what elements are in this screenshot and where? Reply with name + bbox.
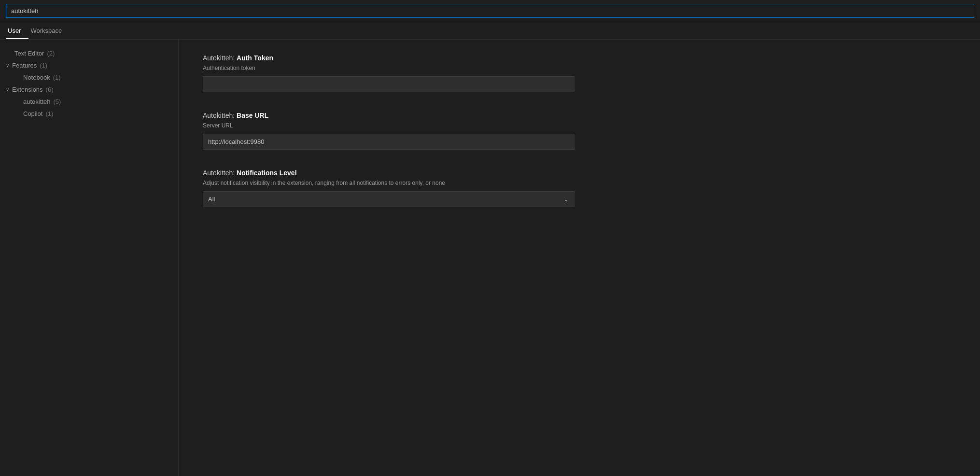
sidebar-item-autokitteh[interactable]: autokitteh (5) bbox=[0, 96, 178, 108]
sidebar-item-copilot[interactable]: Copilot (1) bbox=[0, 108, 178, 120]
chevron-down-icon: ∨ bbox=[6, 63, 9, 68]
settings-window: User Workspace Text Editor (2) ∨ Feature… bbox=[0, 0, 980, 476]
tabs-row: User Workspace bbox=[0, 22, 980, 40]
auth-token-description: Authentication token bbox=[203, 65, 956, 71]
chevron-down-icon: ∨ bbox=[6, 87, 9, 92]
sidebar-item-extensions[interactable]: ∨ Extensions (6) bbox=[0, 84, 178, 96]
settings-panel: Autokitteh: Auth Token Authentication to… bbox=[179, 40, 980, 476]
search-bar-container bbox=[0, 0, 980, 22]
tab-user[interactable]: User bbox=[6, 22, 28, 39]
search-input[interactable] bbox=[6, 4, 974, 18]
base-url-title: Autokitteh: Base URL bbox=[203, 112, 956, 119]
auth-token-title: Autokitteh: Auth Token bbox=[203, 54, 956, 62]
base-url-input[interactable] bbox=[203, 134, 574, 150]
sidebar: Text Editor (2) ∨ Features (1) Notebook … bbox=[0, 40, 179, 476]
sidebar-item-text-editor[interactable]: Text Editor (2) bbox=[0, 47, 178, 59]
notifications-level-select-container: All Errors Only None ⌄ bbox=[203, 191, 574, 207]
base-url-description: Server URL bbox=[203, 122, 956, 129]
sidebar-item-features[interactable]: ∨ Features (1) bbox=[0, 59, 178, 71]
notifications-level-description: Adjust notification visibility in the ex… bbox=[203, 180, 956, 186]
auth-token-input[interactable] bbox=[203, 76, 574, 92]
base-url-group: Autokitteh: Base URL Server URL bbox=[203, 112, 956, 150]
sidebar-item-notebook[interactable]: Notebook (1) bbox=[0, 71, 178, 84]
tab-workspace[interactable]: Workspace bbox=[28, 22, 70, 39]
notifications-level-title: Autokitteh: Notifications Level bbox=[203, 169, 956, 177]
notifications-level-select[interactable]: All Errors Only None bbox=[203, 191, 574, 207]
notifications-level-group: Autokitteh: Notifications Level Adjust n… bbox=[203, 169, 956, 207]
main-content: Text Editor (2) ∨ Features (1) Notebook … bbox=[0, 40, 980, 476]
auth-token-group: Autokitteh: Auth Token Authentication to… bbox=[203, 54, 956, 92]
